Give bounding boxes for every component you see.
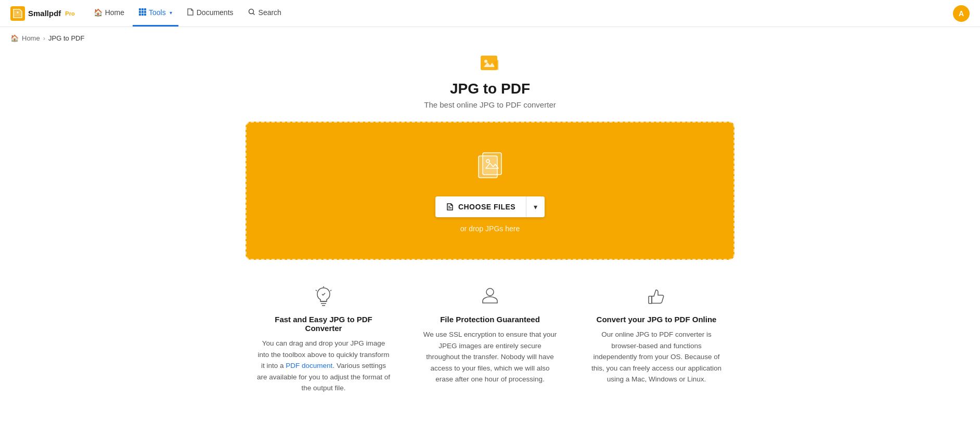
lightbulb-icon (256, 286, 391, 308)
page-subtitle: The best online JPG to PDF converter (424, 100, 556, 109)
pro-badge: Pro (65, 10, 74, 17)
nav-home-label: Home (105, 8, 124, 17)
svg-rect-9 (144, 14, 146, 16)
nav-home[interactable]: 🏠 Home (87, 0, 131, 27)
svg-rect-5 (141, 11, 144, 13)
feature-fast-easy: Fast and Easy JPG to PDF Converter You c… (256, 286, 391, 394)
logo[interactable]: Smallpdf Pro (10, 6, 75, 21)
svg-line-17 (316, 290, 317, 291)
features-section: Fast and Easy JPG to PDF Converter You c… (246, 286, 734, 394)
choose-files-row: CHOOSE FILES ▾ (435, 196, 545, 217)
logo-icon (10, 6, 25, 21)
tools-chevron-icon: ▾ (170, 10, 172, 16)
breadcrumb-home-icon: 🏠 (10, 34, 19, 42)
feature-online-convert-title: Convert your JPG to PDF Online (589, 315, 724, 324)
choose-files-button[interactable]: CHOOSE FILES (435, 196, 526, 217)
svg-point-19 (486, 288, 494, 296)
svg-rect-7 (139, 14, 141, 16)
nav-tools-label: Tools (149, 8, 166, 17)
logo-text: Smallpdf (28, 9, 61, 18)
breadcrumb-current: JPG to PDF (48, 34, 84, 42)
page-title-icon (424, 55, 556, 77)
svg-rect-3 (144, 8, 146, 10)
svg-point-10 (249, 9, 253, 14)
header: Smallpdf Pro 🏠 Home Tool (0, 0, 980, 27)
file-icon (446, 203, 454, 211)
pdf-link[interactable]: PDF document (286, 362, 332, 369)
feature-file-protection: File Protection Guaranteed We use SSL en… (422, 286, 558, 394)
choose-files-label: CHOOSE FILES (458, 203, 515, 211)
nav-documents[interactable]: Documents (180, 0, 240, 27)
shield-check-icon (422, 286, 558, 308)
drop-zone-icon (473, 149, 507, 184)
svg-rect-2 (141, 8, 144, 10)
drop-zone[interactable]: CHOOSE FILES ▾ or drop JPGs here (246, 122, 734, 260)
nav-documents-label: Documents (197, 8, 234, 17)
feature-online-convert-desc: Our online JPG to PDF converter is brows… (589, 329, 724, 385)
thumbsup-icon (589, 286, 724, 308)
nav-search[interactable]: Search (242, 0, 288, 27)
main-content: JPG to PDF The best online JPG to PDF co… (0, 49, 980, 415)
choose-files-dropdown-button[interactable]: ▾ (526, 196, 545, 217)
nav-tools[interactable]: Tools ▾ (133, 0, 178, 27)
main-nav: 🏠 Home Tools ▾ (87, 0, 288, 27)
user-avatar[interactable]: A (953, 5, 970, 22)
svg-rect-4 (139, 11, 141, 13)
svg-rect-20 (649, 296, 652, 303)
page-title: JPG to PDF (424, 81, 556, 97)
header-right: A (953, 5, 970, 22)
svg-rect-8 (141, 14, 144, 16)
page-title-area: JPG to PDF The best online JPG to PDF co… (424, 55, 556, 109)
svg-rect-14 (483, 153, 501, 175)
search-label: Search (259, 8, 281, 17)
drop-hint: or drop JPGs here (460, 224, 520, 233)
chevron-down-icon: ▾ (534, 203, 537, 211)
breadcrumb-separator: › (43, 34, 45, 42)
home-icon: 🏠 (94, 8, 102, 17)
svg-rect-6 (144, 11, 146, 13)
feature-fast-easy-desc: You can drag and drop your JPG image int… (256, 338, 391, 394)
breadcrumb-home-link[interactable]: Home (22, 34, 40, 42)
documents-icon (187, 8, 194, 18)
search-icon (248, 8, 255, 17)
svg-point-12 (484, 60, 487, 63)
svg-line-18 (330, 290, 331, 291)
feature-fast-easy-title: Fast and Easy JPG to PDF Converter (256, 315, 391, 333)
tools-icon (139, 8, 146, 17)
feature-file-protection-title: File Protection Guaranteed (422, 315, 558, 324)
feature-file-protection-desc: We use SSL encryption to ensure that you… (422, 329, 558, 385)
breadcrumb: 🏠 Home › JPG to PDF (0, 27, 980, 49)
svg-rect-1 (139, 8, 141, 10)
feature-online-convert: Convert your JPG to PDF Online Our onlin… (589, 286, 724, 394)
